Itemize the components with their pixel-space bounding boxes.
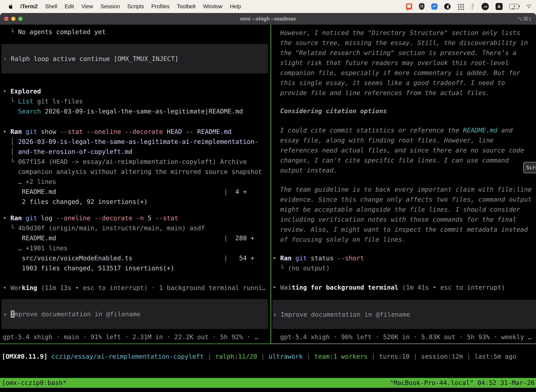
text-segment bbox=[22, 215, 26, 222]
menu-item-scripts[interactable]: Scripts bbox=[127, 3, 144, 10]
menubar-status-icons: ..61 A bbox=[406, 3, 536, 10]
battery-icon[interactable] bbox=[509, 4, 519, 9]
crescent-icon[interactable] bbox=[444, 3, 450, 10]
text-segment: might be acceptable alongside the file l… bbox=[280, 206, 520, 213]
text-segment: --stat bbox=[155, 215, 178, 222]
terminal-line: Considering citation options bbox=[273, 106, 387, 116]
text-segment: … +1901 lines bbox=[3, 244, 67, 252]
text-segment: Explored bbox=[10, 88, 41, 95]
text-segment: | bbox=[368, 353, 379, 360]
menu-item-session[interactable]: Session bbox=[100, 3, 120, 10]
screen: { "colors": { "accent_green": "#5ec23e",… bbox=[0, 0, 536, 392]
text-segment: ultrawork bbox=[268, 353, 303, 360]
text-segment: Ran bbox=[10, 128, 22, 135]
right-pane[interactable]: However, I noticed the "Directory Struct… bbox=[273, 25, 536, 344]
text-segment: the source tree, missing the essay. Stil… bbox=[280, 39, 528, 46]
window-titlebar[interactable]: omx --xhigh --madmax ⌥⌘1 bbox=[0, 13, 536, 25]
text-segment: 5 bbox=[144, 215, 155, 222]
text-segment: review. Also, I might want to inspect th… bbox=[280, 226, 528, 233]
screen-edge-popup[interactable]: Scre bbox=[523, 162, 536, 173]
text-segment: • bbox=[3, 215, 10, 222]
prompt-input-left[interactable]: › Improve documentation in @filename bbox=[1, 299, 268, 329]
terminal-line: README.md | 4 + bbox=[3, 187, 262, 197]
window-shortcut: ⌥⌘1 bbox=[517, 16, 531, 22]
wifi-icon[interactable] bbox=[526, 4, 532, 9]
terminal-line: … +1901 lines bbox=[3, 243, 254, 253]
text-segment: (11m 13s • esc to interrupt) · 1 backgro… bbox=[37, 284, 266, 291]
agents-note: └ No agents completed yet bbox=[0, 27, 106, 37]
text-segment: Improve documentation in @filename bbox=[281, 311, 410, 318]
menu-item-edit[interactable]: Edit bbox=[65, 3, 74, 10]
text-segment: --oneline bbox=[56, 215, 90, 222]
text-segment: output instead. bbox=[280, 167, 337, 174]
terminal-line: └ List git ls-files bbox=[3, 96, 243, 106]
text-segment: status bbox=[307, 254, 337, 262]
count-badge-icon[interactable]: ..61 bbox=[482, 3, 489, 10]
text-segment: | bbox=[132, 254, 239, 262]
text-segment: README.md bbox=[197, 128, 232, 135]
menu-item-toolbelt[interactable]: Toolbelt bbox=[177, 3, 196, 10]
menu-item-help[interactable]: Help bbox=[230, 3, 241, 10]
text-segment: changes, I can't cite specific file line… bbox=[280, 157, 509, 164]
session-status-left: gpt-5.4 xhigh · main · 91% left · 2.31M … bbox=[0, 332, 258, 342]
text-segment: └ bbox=[3, 28, 18, 36]
menu-item-iterm2[interactable]: iTerm2 bbox=[20, 3, 38, 10]
text-segment: and-the-erosion-of-copyleft.md bbox=[18, 148, 132, 155]
text-segment: show bbox=[37, 128, 60, 135]
spark-shield-icon[interactable] bbox=[431, 3, 438, 10]
text-segment: king bbox=[22, 284, 37, 291]
text-segment: including verification notes with those … bbox=[280, 216, 517, 223]
pane-divider[interactable] bbox=[270, 25, 271, 344]
text-segment: -n bbox=[136, 215, 144, 222]
prompt-input-right[interactable]: › Improve documentation in @filename bbox=[273, 300, 536, 329]
menu-item-view[interactable]: View bbox=[81, 3, 93, 10]
text-segment: I could cite commit statistics or refere… bbox=[280, 127, 463, 134]
inactive-pane-border bbox=[272, 344, 536, 344]
text-segment: of focusing solely on file lines. bbox=[280, 236, 406, 243]
window-title: omx --xhigh --madmax bbox=[0, 16, 536, 22]
text-segment: ting for background terminal bbox=[292, 284, 398, 291]
text-segment: | bbox=[257, 353, 268, 360]
terminal-line: slight risk that future readers may over… bbox=[273, 58, 528, 68]
text-segment: references need actual files, and since … bbox=[280, 147, 524, 154]
text-segment: • bbox=[273, 284, 280, 291]
thinking-heading: Considering citation options bbox=[273, 106, 387, 116]
terminal-line: might be acceptable alongside the file l… bbox=[273, 205, 531, 215]
text-segment: evidence. Since this change only affects… bbox=[280, 196, 531, 203]
left-pane[interactable]: └ No agents completed yet › Ralph loop a… bbox=[0, 25, 270, 344]
git-show-block: • Ran git show --stat --oneline --decora… bbox=[0, 127, 262, 207]
text-segment: --decorate bbox=[94, 215, 132, 222]
text-segment: gpt-5.4 xhigh · 96% left · 520K in · 5.8… bbox=[280, 333, 531, 341]
text-segment: • bbox=[3, 88, 10, 95]
input-source-icon[interactable]: A bbox=[496, 3, 502, 10]
terminal-line: … +2 lines bbox=[3, 177, 262, 187]
dots-grid-icon[interactable] bbox=[457, 3, 464, 10]
text-segment: 2026-03-09-is-legal-the-same-as-legitima… bbox=[18, 138, 258, 145]
text-segment: | bbox=[410, 353, 421, 360]
apple-logo-icon[interactable] bbox=[9, 4, 13, 9]
text-segment: └ (no output) bbox=[273, 265, 330, 272]
text-segment: Ran bbox=[280, 254, 292, 262]
text-segment: [OMX#0.11.9] bbox=[2, 353, 51, 360]
menu-item-profiles[interactable]: Profiles bbox=[151, 3, 169, 10]
text-segment: | bbox=[204, 353, 215, 360]
text-segment: | bbox=[56, 234, 235, 242]
squiggle-icon[interactable] bbox=[471, 3, 475, 10]
tmux-status-bar: [omx-cczip0:bash* "MacBook-Pro-44.local"… bbox=[0, 378, 536, 388]
terminal-line: 1903 files changed, 513517 insertions(+) bbox=[3, 263, 254, 273]
terminal-line: └ 4b9d30f (origin/main, instructkr/main,… bbox=[3, 223, 254, 233]
terminal-line: │ and-the-erosion-of-copyleft.md bbox=[3, 147, 262, 157]
text-segment: --oneline bbox=[87, 128, 121, 135]
text-segment: The team guideline is to back every impo… bbox=[280, 186, 531, 193]
menu-item-shell[interactable]: Shell bbox=[45, 3, 57, 10]
text-segment bbox=[182, 128, 186, 135]
terminal-line: provide file and line references from th… bbox=[273, 88, 528, 98]
terminal-line: review. Also, I might want to inspect th… bbox=[273, 224, 531, 234]
shield-icon[interactable] bbox=[419, 3, 425, 10]
menu-item-window[interactable]: Window bbox=[203, 3, 222, 10]
chat-app-icon[interactable] bbox=[406, 3, 412, 10]
text-segment: • bbox=[273, 254, 280, 262]
text-segment: └ 4b9d30f (origin/main, instructkr/main,… bbox=[3, 224, 205, 232]
text-segment: cczip/essay/ai-reimplementation-copyleft bbox=[51, 353, 204, 360]
omx-status-line: [OMX#0.11.9] cczip/essay/ai-reimplementa… bbox=[2, 351, 516, 361]
